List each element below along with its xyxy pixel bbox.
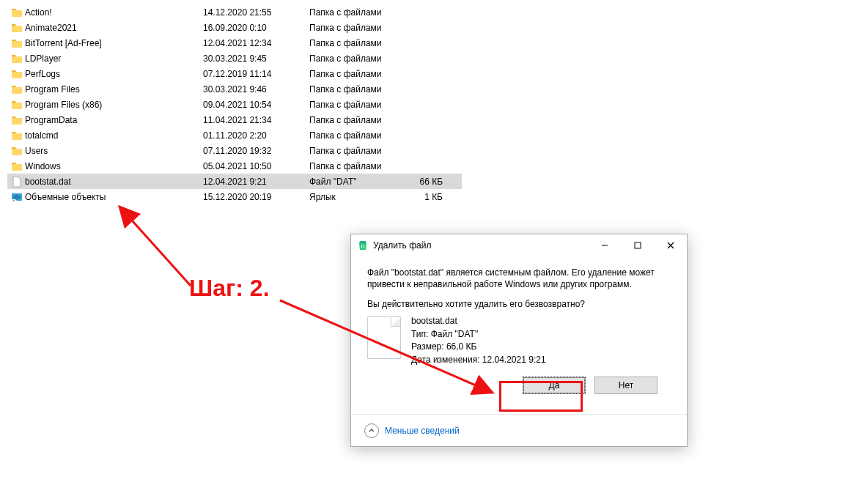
file-size-label: Размер: 66,0 КБ (411, 341, 546, 353)
no-button[interactable]: Нет (594, 377, 657, 394)
file-name-label: bootstat.dat (411, 315, 546, 327)
file-type: Папка с файлами (309, 161, 405, 171)
close-button[interactable] (654, 234, 687, 256)
file-type: Папка с файлами (309, 53, 405, 64)
svg-rect-4 (635, 242, 641, 248)
file-type: Ярлык (309, 192, 405, 202)
maximize-button[interactable] (621, 234, 654, 256)
file-row[interactable]: BitTorrent [Ad-Free]12.04.2021 12:34Папк… (7, 35, 462, 51)
file-date: 15.12.2020 20:19 (203, 192, 309, 202)
folder-icon (10, 7, 23, 18)
dialog-file-info: bootstat.dat Тип: Файл "DAT" Размер: 66,… (367, 315, 671, 366)
svg-line-7 (119, 207, 191, 286)
dialog-body: Файл "bootstat.dat" является системным ф… (351, 256, 687, 394)
file-date: 30.03.2021 9:46 (203, 84, 309, 94)
file-name: Windows (23, 161, 203, 171)
folder-icon (10, 22, 23, 34)
file-date: 07.11.2020 19:32 (203, 146, 309, 156)
file-icon (10, 176, 23, 188)
file-type: Папка с файлами (309, 23, 405, 33)
dialog-footer: Меньше сведений (351, 414, 687, 446)
folder-icon (10, 145, 23, 157)
file-row[interactable]: Объемные объекты15.12.2020 20:19Ярлык1 К… (7, 189, 462, 204)
file-row[interactable]: Program Files (x86)09.04.2021 10:54Папка… (7, 97, 462, 112)
file-date: 30.03.2021 9:45 (203, 53, 309, 64)
file-name: Users (23, 146, 203, 156)
file-date: 09.04.2021 10:54 (203, 100, 309, 110)
folder-icon (10, 84, 23, 95)
file-type: Папка с файлами (309, 146, 405, 156)
less-details-link[interactable]: Меньше сведений (385, 426, 460, 436)
file-name: Action! (23, 7, 203, 18)
file-properties: bootstat.dat Тип: Файл "DAT" Размер: 66,… (411, 315, 546, 366)
dialog-actions: Да Нет (367, 366, 671, 394)
file-date: 12.04.2021 9:21 (203, 177, 309, 187)
file-name: Объемные объекты (23, 192, 203, 202)
file-name: Program Files (x86) (23, 100, 203, 110)
file-type: Файл "DAT" (309, 177, 405, 187)
yes-button[interactable]: Да (523, 377, 586, 394)
shortcut3d-icon (10, 191, 23, 203)
file-type: Папка с файлами (309, 84, 405, 94)
folder-icon (10, 53, 23, 64)
file-size: 1 КБ (405, 192, 449, 202)
file-type: Папка с файлами (309, 7, 405, 18)
file-date: 14.12.2020 21:55 (203, 7, 309, 18)
chevron-up-icon[interactable] (364, 423, 379, 438)
folder-icon (10, 68, 23, 80)
file-name: PerfLogs (23, 69, 203, 79)
file-name: Animate2021 (23, 23, 203, 33)
file-type: Папка с файлами (309, 69, 405, 79)
file-icon (367, 316, 401, 359)
folder-icon (10, 99, 23, 111)
folder-icon (10, 37, 23, 49)
file-date: 05.04.2021 10:50 (203, 161, 309, 171)
file-row[interactable]: ProgramData11.04.2021 21:34Папка с файла… (7, 112, 462, 127)
delete-file-dialog: Удалить файл Файл "bootstat.dat" являетс… (350, 234, 688, 447)
file-type: Папка с файлами (309, 130, 405, 141)
file-date: 07.12.2019 11:14 (203, 69, 309, 79)
file-row[interactable]: LDPlayer30.03.2021 9:45Папка с файлами (7, 51, 462, 66)
file-date: 01.11.2020 2:20 (203, 130, 309, 141)
minimize-button[interactable] (588, 234, 621, 256)
file-name: totalcmd (23, 130, 203, 141)
recycle-icon (357, 240, 369, 251)
file-name: BitTorrent [Ad-Free] (23, 38, 203, 48)
svg-rect-2 (364, 245, 364, 248)
file-type: Папка с файлами (309, 38, 405, 48)
folder-icon (10, 160, 23, 172)
file-row[interactable]: Action!14.12.2020 21:55Папка с файлами (7, 4, 462, 20)
file-name: LDPlayer (23, 53, 203, 64)
file-name: ProgramData (23, 115, 203, 125)
file-row[interactable]: totalcmd01.11.2020 2:20Папка с файлами (7, 127, 462, 143)
file-row[interactable]: Windows05.04.2021 10:50Папка с файлами (7, 158, 462, 174)
dialog-question-text: Вы действительно хотите удалить его безв… (367, 299, 671, 309)
folder-icon (10, 114, 23, 126)
file-size: 66 КБ (405, 177, 449, 187)
file-row[interactable]: Program Files30.03.2021 9:46Папка с файл… (7, 81, 462, 97)
dialog-titlebar: Удалить файл (351, 234, 687, 256)
file-row[interactable]: Users07.11.2020 19:32Папка с файлами (7, 143, 462, 158)
file-date-label: Дата изменения: 12.04.2021 9:21 (411, 354, 546, 366)
file-row[interactable]: Animate202116.09.2020 0:10Папка с файлам… (7, 20, 462, 35)
file-list: Action!14.12.2020 21:55Папка с файламиAn… (7, 4, 462, 204)
file-type: Папка с файлами (309, 115, 405, 125)
svg-rect-1 (361, 245, 362, 248)
folder-icon (10, 130, 23, 141)
file-row[interactable]: bootstat.dat12.04.2021 9:21Файл "DAT"66 … (7, 174, 462, 189)
file-name: bootstat.dat (23, 177, 203, 187)
file-date: 16.09.2020 0:10 (203, 23, 309, 33)
dialog-warning-text: Файл "bootstat.dat" является системным ф… (367, 267, 671, 290)
annotation-step-label: Шаг: 2. (189, 275, 270, 302)
file-type: Папка с файлами (309, 100, 405, 110)
file-date: 12.04.2021 12:34 (203, 38, 309, 48)
file-type-label: Тип: Файл "DAT" (411, 328, 546, 341)
file-date: 11.04.2021 21:34 (203, 115, 309, 125)
dialog-title: Удалить файл (373, 240, 588, 251)
file-name: Program Files (23, 84, 203, 94)
file-row[interactable]: PerfLogs07.12.2019 11:14Папка с файлами (7, 66, 462, 81)
